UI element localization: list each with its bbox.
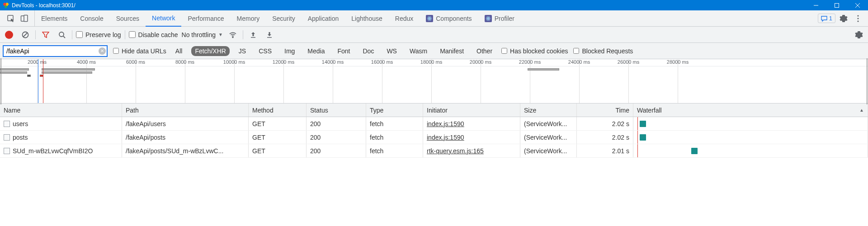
window-close-button[interactable]: [847, 0, 868, 10]
tab-lighthouse[interactable]: Lighthouse: [345, 10, 389, 26]
filter-input[interactable]: [3, 45, 108, 57]
header-time[interactable]: Time: [577, 104, 633, 117]
cell-path: /fakeApi/posts: [122, 131, 249, 144]
inspect-element-icon[interactable]: [5, 12, 17, 25]
svg-rect-23: [251, 37, 255, 38]
svg-rect-1: [835, 3, 839, 7]
cell-waterfall: [633, 144, 868, 157]
cell-initiator[interactable]: rtk-query.esm.js:165: [427, 147, 484, 155]
record-button[interactable]: [3, 28, 15, 41]
cell-time: 2.01 s: [577, 144, 633, 157]
file-icon: [4, 121, 10, 127]
tab-profiler[interactable]: Profiler: [478, 10, 521, 26]
timeline-handle-left[interactable]: [0, 58, 1, 104]
header-name[interactable]: Name: [0, 104, 122, 117]
has-blocked-cookies-checkbox[interactable]: Has blocked cookies: [501, 47, 568, 55]
timeline-tick: 16000 ms: [371, 59, 393, 65]
disable-cache-checkbox[interactable]: Disable cache: [129, 31, 178, 38]
tab-sources[interactable]: Sources: [110, 10, 146, 26]
type-filter-css[interactable]: CSS: [255, 46, 275, 56]
cell-size: (ServiceWork...: [520, 144, 577, 157]
settings-icon[interactable]: [837, 12, 850, 25]
tab-memory[interactable]: Memory: [231, 10, 266, 26]
timeline-tick: 12000 ms: [273, 59, 294, 65]
window-titlebar: DevTools - localhost:3001/: [0, 0, 868, 10]
header-waterfall[interactable]: Waterfall▲: [633, 104, 868, 117]
export-har-button[interactable]: [263, 28, 276, 41]
filter-toggle-button[interactable]: [39, 28, 52, 41]
type-filter-font[interactable]: Font: [334, 46, 354, 56]
tab-security[interactable]: Security: [266, 10, 302, 26]
panel-settings-icon[interactable]: [853, 28, 865, 41]
type-filter-media[interactable]: Media: [304, 46, 328, 56]
table-row[interactable]: users /fakeApi/users GET 200 fetch index…: [0, 117, 868, 131]
tab-elements[interactable]: Elements: [35, 10, 74, 26]
tab-network[interactable]: Network: [146, 11, 181, 27]
svg-point-15: [857, 15, 859, 16]
header-path[interactable]: Path: [122, 104, 249, 117]
search-button[interactable]: [56, 28, 68, 41]
preserve-log-checkbox[interactable]: Preserve log: [76, 31, 121, 38]
devtools-icon: [3, 2, 9, 9]
react-icon: [426, 15, 433, 22]
cell-method: GET: [249, 117, 307, 130]
tab-redux[interactable]: Redux: [389, 10, 420, 26]
disable-cache-label: Disable cache: [138, 31, 178, 38]
cell-initiator[interactable]: index.js:1590: [427, 134, 464, 141]
cell-type: fetch: [366, 144, 423, 157]
load-marker: [43, 59, 43, 103]
filter-bar: ✕ Hide data URLs All Fetch/XHR JS CSS Im…: [0, 43, 868, 59]
cell-time: 2.02 s: [577, 117, 633, 130]
tab-application[interactable]: Application: [302, 10, 345, 26]
clear-icon: [21, 31, 29, 39]
window-title: DevTools - localhost:3001/: [12, 2, 75, 9]
type-filter-other[interactable]: Other: [473, 46, 496, 56]
messages-badge[interactable]: 1: [818, 14, 835, 23]
device-toolbar-icon[interactable]: [18, 12, 31, 25]
header-type[interactable]: Type: [366, 104, 423, 117]
type-filter-all[interactable]: All: [172, 46, 186, 56]
tab-components[interactable]: Components: [420, 10, 478, 26]
tab-console[interactable]: Console: [74, 10, 109, 26]
timeline-tick: 6000 ms: [126, 59, 145, 65]
type-filter-fetchxhr[interactable]: Fetch/XHR: [191, 46, 229, 56]
timeline-overview[interactable]: 2000 ms 4000 ms 6000 ms 8000 ms 10000 ms…: [0, 59, 868, 104]
type-filter-img[interactable]: Img: [281, 46, 298, 56]
svg-point-22: [232, 37, 233, 38]
cell-waterfall: [633, 117, 868, 130]
network-conditions-button[interactable]: [226, 28, 239, 41]
cell-initiator[interactable]: index.js:1590: [427, 120, 464, 127]
clear-button[interactable]: [19, 28, 32, 41]
type-filter-doc[interactable]: Doc: [359, 46, 378, 56]
import-har-button[interactable]: [247, 28, 259, 41]
cell-size: (ServiceWork...: [520, 131, 577, 144]
table-row[interactable]: posts /fakeApi/posts GET 200 fetch index…: [0, 131, 868, 144]
timeline-tick: 10000 ms: [223, 59, 245, 65]
type-filter-manifest[interactable]: Manifest: [436, 46, 467, 56]
more-icon[interactable]: [852, 12, 864, 25]
timeline-tick: 24000 ms: [568, 59, 590, 65]
timeline-tick: 26000 ms: [618, 59, 639, 65]
cell-path: /fakeApi/users: [122, 117, 249, 130]
funnel-icon: [42, 31, 49, 38]
blocked-requests-checkbox[interactable]: Blocked Requests: [573, 47, 633, 55]
chevron-down-icon: ▼: [218, 32, 223, 37]
svg-line-21: [63, 36, 65, 38]
header-status[interactable]: Status: [307, 104, 366, 117]
window-maximize-button[interactable]: [826, 0, 847, 10]
type-filters: All Fetch/XHR JS CSS Img Media Font Doc …: [172, 46, 496, 56]
window-minimize-button[interactable]: [806, 0, 826, 10]
cell-type: fetch: [366, 131, 423, 144]
throttling-select[interactable]: No throttling ▼: [182, 31, 223, 38]
header-initiator[interactable]: Initiator: [423, 104, 520, 117]
type-filter-wasm[interactable]: Wasm: [406, 46, 431, 56]
svg-point-17: [857, 20, 859, 22]
type-filter-js[interactable]: JS: [235, 46, 250, 56]
header-method[interactable]: Method: [249, 104, 307, 117]
table-row[interactable]: SUd_m-wBzLvwCqfVmBI2O /fakeApi/posts/SUd…: [0, 144, 868, 158]
header-size[interactable]: Size: [520, 104, 577, 117]
type-filter-ws[interactable]: WS: [383, 46, 401, 56]
tab-performance[interactable]: Performance: [181, 10, 230, 26]
hide-data-urls-checkbox[interactable]: Hide data URLs: [113, 47, 166, 55]
clear-filter-icon[interactable]: ✕: [99, 47, 106, 55]
